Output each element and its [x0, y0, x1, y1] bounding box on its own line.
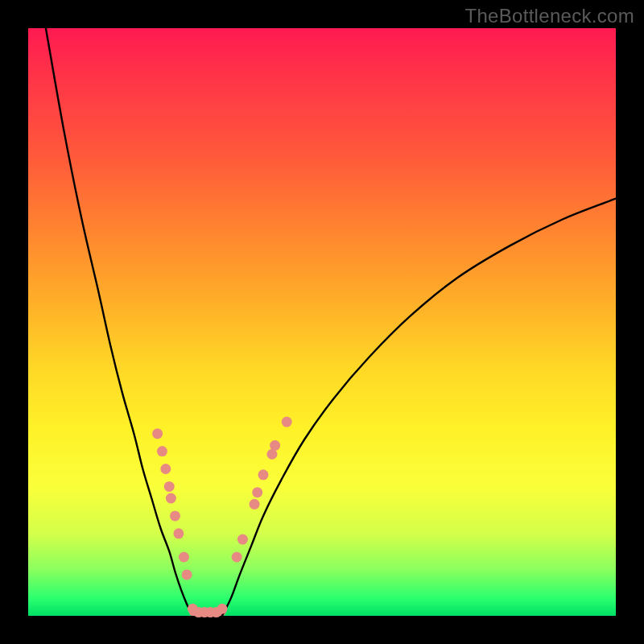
right-curve-path — [222, 199, 616, 616]
marker-dot — [173, 528, 184, 539]
marker-dot — [282, 417, 292, 427]
marker-dot — [157, 446, 167, 456]
marker-dot — [237, 535, 248, 545]
marker-dot — [166, 493, 176, 504]
marker-dot — [232, 552, 242, 563]
marker-dot — [152, 428, 163, 439]
curves-svg — [28, 28, 616, 616]
marker-dot — [258, 469, 269, 480]
marker-dot — [270, 440, 280, 451]
chart-stage: TheBottleneck.com — [0, 0, 644, 644]
marker-dot — [170, 510, 180, 521]
marker-dot — [160, 464, 171, 474]
marker-dot — [217, 604, 227, 614]
marker-dot — [250, 499, 260, 510]
marker-dot — [182, 569, 192, 580]
marker-dot — [164, 481, 175, 492]
marker-layer — [152, 417, 292, 618]
marker-dot — [252, 487, 262, 497]
marker-dot — [179, 552, 189, 563]
watermark-text: TheBottleneck.com — [464, 5, 634, 27]
curve-layer — [46, 28, 616, 616]
left-curve-path — [46, 28, 193, 616]
plot-area — [28, 28, 616, 616]
